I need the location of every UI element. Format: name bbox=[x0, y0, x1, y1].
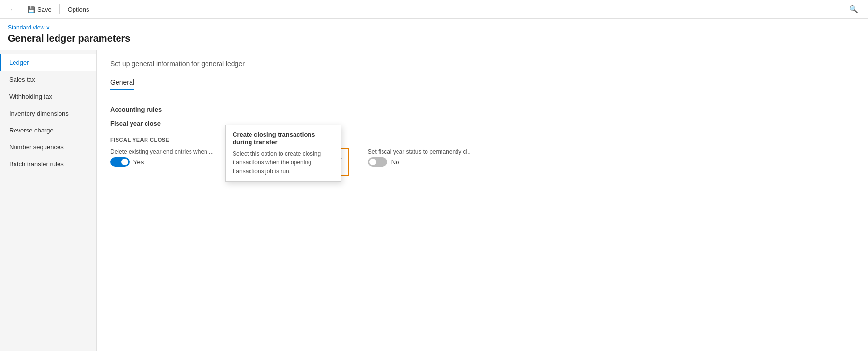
set-fiscal-toggle-row: No bbox=[368, 157, 474, 167]
delete-entries-toggle-row: Yes bbox=[110, 157, 217, 167]
page-title: General ledger parameters bbox=[8, 33, 860, 44]
set-fiscal-toggle[interactable] bbox=[368, 157, 387, 167]
standard-view-label: Standard view bbox=[8, 24, 44, 31]
main-layout: Ledger Sales tax Withholding tax Invento… bbox=[0, 50, 868, 351]
back-button[interactable]: ← bbox=[6, 4, 20, 15]
set-fiscal-value: No bbox=[391, 159, 399, 166]
tooltip-popup: Create closing transactions during trans… bbox=[225, 125, 341, 182]
delete-entries-value: Yes bbox=[133, 159, 144, 166]
sidebar-item-batch-transfer-rules[interactable]: Batch transfer rules bbox=[0, 156, 96, 173]
toolbar-separator bbox=[59, 4, 60, 14]
fiscal-fields-row: Delete existing year-end entries when ..… bbox=[110, 148, 854, 176]
sidebar-item-withholding-tax[interactable]: Withholding tax bbox=[0, 88, 96, 105]
chevron-down-icon: ∨ bbox=[46, 24, 50, 31]
page-header: Standard view ∨ General ledger parameter… bbox=[0, 19, 868, 50]
content-area: Set up general information for general l… bbox=[97, 50, 868, 351]
delete-entries-thumb bbox=[121, 159, 128, 165]
sidebar-item-ledger[interactable]: Ledger bbox=[0, 54, 96, 71]
toolbar: ← 💾 Save Options 🔍 bbox=[0, 0, 868, 19]
delete-entries-toggle[interactable] bbox=[110, 157, 130, 167]
accounting-rules-section: Accounting rules Fiscal year close bbox=[110, 106, 854, 127]
tooltip-title: Create closing transactions during trans… bbox=[233, 131, 334, 146]
options-label: Options bbox=[68, 6, 89, 13]
sidebar-item-inventory-dimensions[interactable]: Inventory dimensions bbox=[0, 105, 96, 122]
sidebar-item-reverse-charge[interactable]: Reverse charge bbox=[0, 122, 96, 139]
tooltip-description: Select this option to create closing tra… bbox=[233, 149, 334, 176]
search-button[interactable]: 🔍 bbox=[845, 3, 862, 15]
delete-entries-label: Delete existing year-end entries when ..… bbox=[110, 148, 217, 155]
save-button[interactable]: 💾 Save bbox=[24, 4, 56, 15]
fiscal-year-close-section: FISCAL YEAR CLOSE Delete existing year-e… bbox=[110, 137, 854, 176]
fiscal-year-close-section-title: FISCAL YEAR CLOSE bbox=[110, 137, 854, 143]
save-label: Save bbox=[37, 6, 52, 13]
sidebar-item-number-sequences[interactable]: Number sequences bbox=[0, 139, 96, 156]
accounting-rules-label: Accounting rules bbox=[110, 106, 854, 113]
save-icon: 💾 bbox=[28, 6, 35, 13]
tab-general[interactable]: General bbox=[110, 75, 134, 90]
set-fiscal-track bbox=[368, 157, 387, 167]
delete-entries-field: Delete existing year-end entries when ..… bbox=[110, 148, 217, 167]
delete-entries-track bbox=[110, 157, 130, 167]
set-fiscal-thumb bbox=[369, 159, 376, 165]
options-button[interactable]: Options bbox=[64, 4, 93, 15]
section-divider bbox=[110, 98, 854, 98]
standard-view-selector[interactable]: Standard view ∨ bbox=[8, 24, 50, 31]
fiscal-year-close-label: Fiscal year close bbox=[110, 120, 854, 127]
set-fiscal-field: Set fiscal year status to permanently cl… bbox=[368, 148, 474, 167]
search-icon: 🔍 bbox=[849, 5, 858, 13]
content-subtitle: Set up general information for general l… bbox=[110, 60, 854, 68]
back-icon: ← bbox=[10, 6, 16, 13]
set-fiscal-label: Set fiscal year status to permanently cl… bbox=[368, 148, 474, 155]
sidebar: Ledger Sales tax Withholding tax Invento… bbox=[0, 50, 97, 351]
sidebar-item-sales-tax[interactable]: Sales tax bbox=[0, 71, 96, 88]
